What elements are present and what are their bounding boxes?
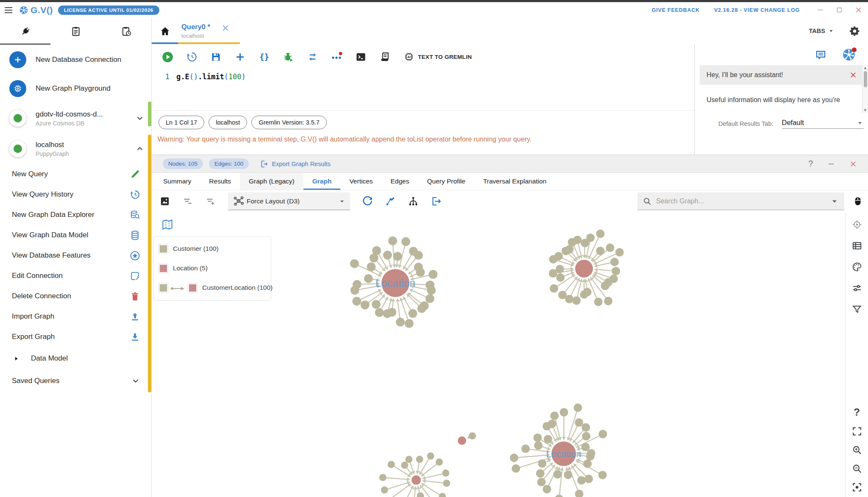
graph-cluster[interactable]: Location: [510, 403, 607, 497]
customer-node[interactable]: [401, 461, 408, 469]
customer-node[interactable]: [577, 476, 586, 485]
customer-node[interactable]: [598, 430, 607, 438]
debug-query-button[interactable]: [283, 51, 294, 63]
screenshot-image-button[interactable]: [159, 196, 170, 207]
sidebar-item-export-graph[interactable]: Export Graph: [0, 327, 151, 347]
results-minimize-icon[interactable]: [827, 160, 835, 168]
assistant-close-icon[interactable]: [849, 71, 857, 79]
sidebar-item-view-query-history[interactable]: View Query History: [0, 184, 151, 205]
run-query-button[interactable]: [162, 51, 173, 63]
customer-node[interactable]: [512, 464, 520, 473]
customer-node[interactable]: [542, 485, 551, 493]
menu-icon[interactable]: [3, 5, 14, 15]
customer-node[interactable]: [381, 486, 388, 494]
customer-node[interactable]: [572, 296, 581, 305]
customer-node[interactable]: [556, 265, 564, 273]
customer-node[interactable]: [426, 280, 434, 289]
customer-node[interactable]: [538, 459, 546, 468]
customer-node[interactable]: [548, 420, 556, 428]
sidebar-item-saved-queries[interactable]: Saved Queries: [0, 370, 151, 392]
fullscreen-icon[interactable]: [851, 426, 862, 437]
graph-cluster[interactable]: [458, 432, 476, 445]
sidebar-item-new-query[interactable]: New Query: [0, 164, 151, 184]
customer-node[interactable]: [533, 433, 542, 442]
table-view-icon[interactable]: [851, 240, 862, 251]
results-tab-results[interactable]: Results: [200, 173, 240, 190]
graph-cluster[interactable]: [379, 453, 450, 497]
sidebar-history-tab[interactable]: [101, 18, 151, 44]
results-tab-graph[interactable]: Graph: [303, 173, 341, 190]
customer-node[interactable]: [594, 297, 603, 306]
text-to-gremlin-button[interactable]: AI TEXT TO GREMLIN: [403, 51, 472, 62]
give-feedback-link[interactable]: GIVE FEEDBACK: [652, 7, 700, 13]
location-node[interactable]: [458, 436, 466, 445]
results-tab-graph-legacy[interactable]: Graph (Legacy): [240, 173, 303, 190]
customer-node[interactable]: [581, 423, 590, 432]
customer-node[interactable]: [537, 478, 545, 486]
legend-item-location-5[interactable]: Location (5): [154, 258, 271, 278]
customer-node[interactable]: [575, 418, 583, 427]
window-minimize-button[interactable]: [817, 6, 824, 14]
edit-edge-button[interactable]: [385, 196, 396, 207]
customer-node[interactable]: [372, 246, 381, 255]
customer-node[interactable]: [610, 258, 619, 266]
swap-arrows-button[interactable]: [307, 51, 318, 63]
sidebar-item-import-graph[interactable]: Import Graph: [0, 306, 151, 327]
locate-crosshair-icon[interactable]: [851, 219, 862, 230]
sidebar-connections-tab[interactable]: [0, 18, 50, 44]
braces-format-button[interactable]: {}: [259, 51, 270, 63]
code-editor[interactable]: 1 g.E().limit(100): [152, 69, 694, 110]
script-button[interactable]: [379, 51, 391, 63]
window-close-button[interactable]: [855, 6, 862, 14]
customer-node[interactable]: [379, 474, 387, 481]
assistant-scrollbar[interactable]: ▲ ▼: [862, 65, 868, 113]
sidebar-item-delete-connection[interactable]: Delete Connection: [0, 286, 151, 306]
settings-gear-icon[interactable]: [849, 25, 860, 37]
filter-add-button[interactable]: [205, 196, 216, 207]
save-query-button[interactable]: [210, 51, 222, 63]
customer-node[interactable]: [375, 308, 384, 317]
customer-node[interactable]: [583, 460, 592, 468]
sidebar-item-view-graph-data-model[interactable]: View Graph Data Model: [0, 225, 151, 245]
refresh-layout-button[interactable]: [362, 196, 373, 207]
customer-node[interactable]: [550, 284, 558, 293]
customer-node[interactable]: [558, 291, 567, 299]
legend-item-customerlocation-100[interactable]: CustomerLocation (100): [154, 278, 271, 297]
sidebar-item-view-database-features[interactable]: View Database Features: [0, 245, 151, 266]
customer-node[interactable]: [596, 247, 604, 255]
console-button[interactable]: [355, 51, 367, 63]
results-tab-edges[interactable]: Edges: [382, 173, 418, 190]
customer-node[interactable]: [510, 454, 518, 462]
customer-node[interactable]: [553, 470, 562, 478]
customer-node[interactable]: [353, 280, 362, 289]
sidebar-queries-tab[interactable]: [50, 18, 101, 44]
customer-node[interactable]: [352, 297, 361, 305]
window-maximize-button[interactable]: [836, 6, 843, 14]
customer-node[interactable]: [388, 461, 395, 468]
export-graph-results-button[interactable]: Export Graph Results: [260, 160, 331, 168]
customer-node[interactable]: [414, 251, 423, 260]
customer-node[interactable]: [416, 456, 423, 463]
sidebar-item-new-graph-data-explorer[interactable]: New Graph Data Explorer: [0, 205, 151, 225]
mouse-controls-icon[interactable]: [853, 195, 863, 208]
customer-node[interactable]: [388, 236, 397, 245]
results-tab-query-profile[interactable]: Query Profile: [418, 173, 474, 190]
legend-item-customer-100[interactable]: Customer (100): [154, 239, 271, 258]
customer-node[interactable]: [393, 252, 402, 261]
palette-style-icon[interactable]: [851, 261, 862, 272]
center-focus-icon[interactable]: [851, 482, 862, 493]
filter-remove-button[interactable]: [182, 196, 193, 207]
customer-node[interactable]: [612, 267, 620, 275]
customer-node[interactable]: [584, 475, 593, 483]
customer-node[interactable]: [405, 319, 414, 328]
new-parameter-button[interactable]: [234, 51, 246, 63]
customer-node[interactable]: [372, 300, 381, 309]
customer-node[interactable]: [596, 230, 604, 238]
customer-node[interactable]: [364, 274, 373, 283]
customer-node[interactable]: [367, 262, 376, 271]
assistant-ball-icon[interactable]: [843, 48, 855, 61]
location-node[interactable]: [412, 475, 421, 485]
customer-node[interactable]: [428, 270, 437, 279]
customer-node[interactable]: [443, 480, 450, 487]
customer-node[interactable]: [615, 248, 624, 256]
